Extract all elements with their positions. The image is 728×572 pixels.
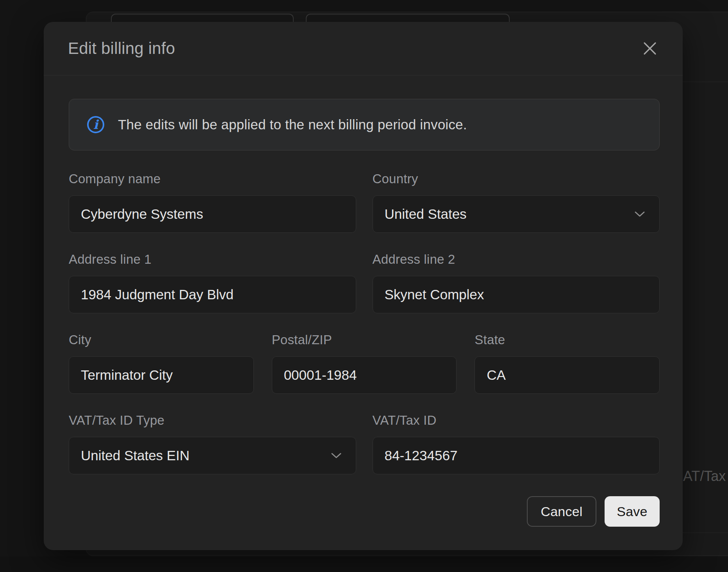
cancel-button[interactable]: Cancel xyxy=(527,496,596,527)
chevron-down-icon xyxy=(634,211,645,218)
x-icon xyxy=(643,41,657,55)
vat-tax-id-type-label: VAT/Tax ID Type xyxy=(69,413,356,427)
city-input[interactable] xyxy=(69,356,254,394)
form-row: Company name Country United States xyxy=(69,172,660,233)
field-company-name: Company name xyxy=(69,172,356,233)
field-vat-tax-id-type: VAT/Tax ID Type United States EIN xyxy=(69,413,356,474)
postal-zip-label: Postal/ZIP xyxy=(272,333,457,347)
country-select-value: United States xyxy=(385,206,467,222)
address-line-2-label: Address line 2 xyxy=(373,252,660,266)
state-label: State xyxy=(475,333,660,347)
field-address-line-1: Address line 1 xyxy=(69,252,356,313)
postal-zip-input[interactable] xyxy=(272,356,457,394)
svg-text:i: i xyxy=(93,117,99,132)
dialog-title: Edit billing info xyxy=(68,39,640,58)
form-row: City Postal/ZIP State xyxy=(69,333,660,394)
vat-tax-id-input[interactable] xyxy=(373,437,660,474)
background-bottom-strip xyxy=(0,556,728,572)
state-input[interactable] xyxy=(475,356,660,394)
city-label: City xyxy=(69,333,254,347)
address-line-1-label: Address line 1 xyxy=(69,252,356,266)
address-line-1-input[interactable] xyxy=(69,276,356,313)
edit-billing-info-dialog: Edit billing info i The edits will be ap… xyxy=(44,22,683,550)
form-row: Address line 1 Address line 2 xyxy=(69,252,660,313)
field-address-line-2: Address line 2 xyxy=(373,252,660,313)
dialog-body: i The edits will be applied to the next … xyxy=(44,99,683,527)
country-select[interactable]: United States xyxy=(373,195,660,233)
country-label: Country xyxy=(373,172,660,186)
background-partial-label: AT/Tax xyxy=(683,468,726,484)
dialog-footer: Cancel Save xyxy=(69,496,660,527)
close-button[interactable] xyxy=(640,38,660,59)
field-state: State xyxy=(475,333,660,394)
dialog-header: Edit billing info xyxy=(44,22,683,75)
chevron-down-icon xyxy=(331,452,342,459)
vat-tax-id-type-select[interactable]: United States EIN xyxy=(69,437,356,474)
form-row: VAT/Tax ID Type United States EIN VAT/Ta… xyxy=(69,413,660,474)
field-country: Country United States xyxy=(373,172,660,233)
field-vat-tax-id: VAT/Tax ID xyxy=(373,413,660,474)
vat-tax-id-label: VAT/Tax ID xyxy=(373,413,660,427)
address-line-2-input[interactable] xyxy=(373,276,660,313)
info-icon: i xyxy=(86,115,105,134)
company-name-label: Company name xyxy=(69,172,356,186)
save-button[interactable]: Save xyxy=(605,496,660,527)
screen: AT/Tax Edit billing info i The edits wil… xyxy=(0,0,728,572)
field-city: City xyxy=(69,333,254,394)
info-banner-text: The edits will be applied to the next bi… xyxy=(118,117,467,132)
vat-tax-id-type-select-value: United States EIN xyxy=(81,448,189,463)
field-postal-zip: Postal/ZIP xyxy=(272,333,457,394)
info-banner: i The edits will be applied to the next … xyxy=(69,99,660,150)
company-name-input[interactable] xyxy=(69,195,356,233)
